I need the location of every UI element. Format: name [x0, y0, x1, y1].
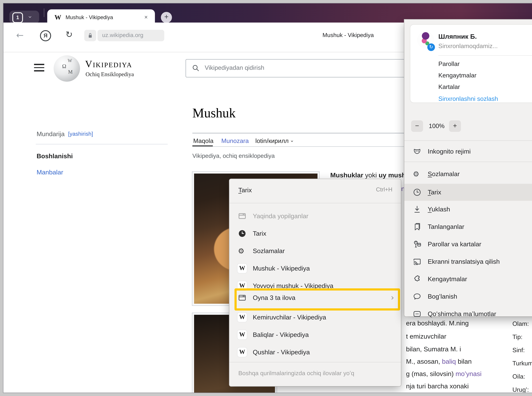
- menu-item-settings[interactable]: ⚙ Sozlamalar: [404, 167, 532, 181]
- wikipedia-favicon: W: [237, 313, 247, 322]
- clock-icon: [413, 188, 421, 197]
- menu-item-passwords-cards[interactable]: Parollar va kartalar ЯндексID: [404, 237, 532, 251]
- zoom-level: 100%: [427, 122, 446, 129]
- download-icon: [413, 205, 421, 214]
- body-fragment: M., asosan, baliq bilan: [406, 358, 472, 365]
- browser-window: 1 › W Mushuk - Vikipediya × + — × ←: [3, 3, 532, 393]
- search-box[interactable]: Vikipediyadan qidirish: [186, 59, 412, 77]
- divider: [229, 203, 401, 203]
- taxo-row: Tip: Xordalilar: [512, 333, 532, 340]
- site-security-chip[interactable]: [84, 30, 96, 41]
- menu-item-page-mushuk[interactable]: W Mushuk - Vikipediya: [229, 261, 401, 276]
- bookmark-icon: [413, 222, 421, 231]
- article-title: Mushuk: [192, 105, 236, 121]
- taxo-row: Sinf: Sut emizuvchilar: [512, 347, 532, 354]
- menu-item-history[interactable]: Tarix ›: [404, 185, 532, 199]
- menu-item-page-kemiruvchilar[interactable]: W Kemiruvchilar - Vikipediya: [229, 310, 401, 325]
- menu-item-page-baliqlar[interactable]: W Baliqlar - Vikipediya: [229, 327, 401, 342]
- wikipedia-favicon: W: [237, 330, 247, 339]
- history-menu-header: Tarix: [238, 186, 252, 193]
- body-fragment: g (mas, silovsin) moʻynasi: [406, 370, 482, 378]
- wikipedia-globe-logo[interactable]: Ω W M: [54, 55, 80, 82]
- profile-card: ↻ Шляпник Б. Sinxronlamoqdamiz... › Paro…: [410, 25, 532, 103]
- profile-link-extensions[interactable]: Kengaytmalar: [438, 72, 476, 79]
- body-fragment: t emizuvchilar: [406, 333, 446, 340]
- zoom-out-button[interactable]: −: [411, 120, 423, 132]
- divider: [229, 362, 401, 362]
- menu-item-page-qushlar[interactable]: W Qushlar - Vikipediya: [229, 345, 401, 359]
- history-submenu: Tarix Ctrl+H Yaqinda yopilganlar Tarix ⚙…: [229, 179, 401, 386]
- wikipedia-favicon: W: [237, 264, 247, 273]
- profile-link-passwords[interactable]: Parollar: [438, 60, 460, 67]
- more-box-icon: [413, 310, 421, 318]
- taxo-row: Turkum: Carnivora: [512, 360, 532, 367]
- window-icon: [238, 212, 246, 220]
- cast-icon: [413, 257, 421, 266]
- wikipedia-favicon: W: [54, 14, 61, 21]
- menu-item-settings[interactable]: ⚙ Sozlamalar: [229, 244, 401, 258]
- menu-item-window-apps[interactable]: Oyna 3 ta ilova ›: [229, 291, 401, 305]
- tab-title: Mushuk - Vikipediya: [65, 14, 113, 20]
- reload-icon[interactable]: ↻: [65, 29, 73, 40]
- contents-hide-link[interactable]: [yashirish]: [68, 131, 93, 137]
- gear-icon: ⚙: [413, 170, 421, 178]
- sidebar-item-manbalar[interactable]: Manbalar: [37, 169, 63, 176]
- tab-group-chip[interactable]: 1 ›: [9, 11, 39, 23]
- divider: [404, 140, 532, 141]
- browser-main-menu: ↻ Шляпник Б. Sinxronlamoqdamiz... › Paro…: [404, 20, 532, 316]
- search-placeholder: Vikipediyadan qidirish: [205, 64, 264, 71]
- profile-name: Шляпник Б.: [438, 33, 477, 41]
- wiki-logo-subtitle: Ochiq Ensiklopediya: [86, 71, 134, 78]
- tab-article[interactable]: Maqola: [193, 137, 213, 144]
- incognito-mask-icon: [413, 147, 421, 156]
- speech-bubble-icon: [413, 292, 421, 301]
- profile-sync-status: Sinxronlamoqdamiz...: [438, 42, 498, 49]
- back-icon[interactable]: ←: [16, 30, 24, 41]
- menu-item-more-info[interactable]: Qoʻshimcha maʼlumotlar ›: [404, 307, 532, 321]
- sync-badge-icon: ↻: [427, 43, 435, 51]
- passwords-icon: [413, 240, 421, 248]
- toolbar-page-title: Mushuk - Vikipediya: [284, 32, 412, 38]
- history-menu-shortcut: Ctrl+H: [376, 186, 392, 193]
- variant-selector[interactable]: lotin/кирилл: [255, 137, 289, 144]
- url-bar[interactable]: uz.wikipedia.org: [97, 30, 164, 41]
- tab-separator: [44, 8, 44, 17]
- variant-chevron-icon: ›: [289, 140, 295, 142]
- lock-icon: [88, 32, 93, 39]
- body-fragment: bilan, Sumatra M. i: [406, 345, 461, 353]
- divider: [192, 133, 411, 134]
- clock-icon: [238, 229, 246, 238]
- profile-link-cards[interactable]: Kartalar: [438, 83, 460, 90]
- chevron-down-icon: ›: [26, 16, 34, 18]
- new-tab-button[interactable]: +: [161, 12, 172, 23]
- menu-item-recently-closed[interactable]: Yaqinda yopilganlar: [229, 209, 401, 223]
- sync-settings-link[interactable]: Sinxronlashni sozlash: [438, 95, 498, 102]
- url-text: uz.wikipedia.org: [102, 32, 143, 38]
- menu-item-cast-screen[interactable]: Ekranni translatsiya qilish: [404, 254, 532, 269]
- menu-item-feedback[interactable]: Bogʻlanish: [404, 289, 532, 304]
- body-fragment: nja turi barcha xonaki: [406, 382, 469, 390]
- contents-label: Mundarija: [37, 130, 65, 137]
- no-devices-text: Boshqa qurilmalaringizda ochiq ilovalar …: [238, 370, 354, 376]
- wiki-logo-title[interactable]: Vikipediya: [85, 59, 132, 70]
- menu-item-incognito[interactable]: Inkognito rejimi Ctrl+Shift+N: [404, 144, 532, 159]
- zoom-in-button[interactable]: +: [449, 120, 461, 132]
- taxo-row: Oila: Felidae: [512, 373, 532, 380]
- puzzle-icon: [413, 275, 421, 283]
- divider: [36, 144, 168, 145]
- close-tab-icon[interactable]: ×: [144, 14, 148, 20]
- divider: [404, 162, 532, 162]
- tab-talk[interactable]: Munozara: [221, 137, 249, 144]
- divider: [192, 146, 411, 147]
- menu-item-downloads[interactable]: Yuklash Ctrl+J: [404, 202, 532, 216]
- submenu-chevron-icon: ›: [391, 293, 394, 302]
- gear-icon: ⚙: [238, 247, 246, 255]
- menu-item-favorites[interactable]: Tanlanganlar ›: [404, 220, 532, 234]
- wiki-menu-icon[interactable]: [34, 64, 44, 71]
- screenshot-frame: 1 › W Mushuk - Vikipediya × + — × ←: [0, 0, 532, 396]
- sidebar-item-boshlanishi[interactable]: Boshlanishi: [37, 152, 73, 159]
- window-icon: [238, 293, 246, 302]
- yandex-search-icon[interactable]: Я: [40, 30, 51, 41]
- menu-item-history[interactable]: Tarix: [229, 226, 401, 241]
- menu-item-extensions[interactable]: Kengaytmalar: [404, 272, 532, 286]
